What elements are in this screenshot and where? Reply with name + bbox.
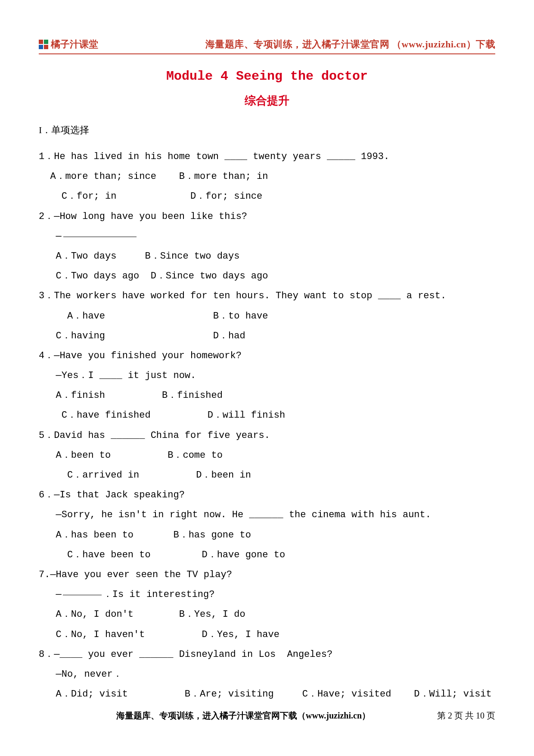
section-1-heading: I．单项选择 bbox=[39, 124, 495, 137]
q7-prefix: — bbox=[39, 589, 62, 600]
brand-name: 橘子汁课堂 bbox=[51, 38, 98, 51]
q5-options-cd: C．arrived in D．been in bbox=[39, 465, 495, 485]
q2-options-ab: A．Two days B．Since two days bbox=[39, 247, 495, 266]
q1-stem: 1．He has lived in his home town ____ twe… bbox=[39, 147, 495, 167]
q8-stem-2: —No, never． bbox=[39, 665, 495, 684]
module-subtitle: 综合提升 bbox=[39, 93, 495, 108]
q4-options-cd: C．have finished D．will finish bbox=[39, 406, 495, 425]
page-header: 橘子汁课堂 海量题库、专项训练，进入橘子汁课堂官网 （www.juzizhi.c… bbox=[39, 38, 495, 54]
q3-options-cd: C．having D．had bbox=[39, 326, 495, 346]
header-slogan: 海量题库、专项训练，进入橘子汁课堂官网 （www.juzizhi.cn）下载 bbox=[205, 38, 496, 51]
q4-stem-2: —Yes．I ____ it just now. bbox=[39, 366, 495, 386]
brand-logo: 橘子汁课堂 bbox=[39, 38, 98, 51]
q7-stem-1: 7.—Have you ever seen the TV play? bbox=[39, 565, 495, 585]
q6-options-ab: A．has been to B．has gone to bbox=[39, 525, 495, 545]
logo-icon bbox=[39, 40, 48, 49]
q3-stem: 3．The workers have worked for ten hours.… bbox=[39, 286, 495, 306]
q2-options-cd: C．Two days ago D．Since two days ago bbox=[39, 266, 495, 286]
q8-stem-1: 8．—____ you ever ______ Disneyland in Lo… bbox=[39, 645, 495, 665]
blank-line-icon bbox=[63, 237, 137, 237]
module-title: Module 4 Seeing the doctor bbox=[39, 69, 495, 84]
content: Module 4 Seeing the doctor 综合提升 I．单项选择 1… bbox=[39, 69, 495, 704]
q3-options-ab: A．have B．to have bbox=[39, 306, 495, 326]
q4-stem-1: 4．—Have you finished your homework? bbox=[39, 346, 495, 366]
page-number: 第 2 页 共 10 页 bbox=[437, 710, 495, 722]
q2-stem: 2．—How long have you been like this? bbox=[39, 207, 495, 227]
q2-answer-blank-line: — bbox=[39, 227, 495, 247]
q7-suffix: ．Is it interesting? bbox=[103, 589, 215, 600]
q6-options-cd: C．have been to D．have gone to bbox=[39, 545, 495, 565]
q6-stem-2: —Sorry, he isn't in right now. He ______… bbox=[39, 505, 495, 525]
page-footer: 海量题库、专项训练，进入橘子汁课堂官网下载（www.juzizhi.cn） 第 … bbox=[39, 710, 495, 722]
q1-options-cd: C．for; in D．for; since bbox=[39, 187, 495, 206]
q5-options-ab: A．been to B．come to bbox=[39, 446, 495, 465]
q5-stem: 5．David has ______ China for five years. bbox=[39, 426, 495, 446]
footer-slogan: 海量题库、专项训练，进入橘子汁课堂官网下载（www.juzizhi.cn） bbox=[116, 710, 370, 722]
blank-line-icon bbox=[63, 595, 102, 595]
q7-stem-2: —．Is it interesting? bbox=[39, 585, 495, 605]
q4-options-ab: A．finish B．finished bbox=[39, 386, 495, 406]
q7-options-ab: A．No, I don't B．Yes, I do bbox=[39, 605, 495, 625]
q7-options-cd: C．No, I haven't D．Yes, I have bbox=[39, 625, 495, 645]
q1-options-ab: A．more than; since B．more than; in bbox=[39, 167, 495, 187]
page: 橘子汁课堂 海量题库、专项训练，进入橘子汁课堂官网 （www.juzizhi.c… bbox=[0, 0, 534, 756]
q2-dash: — bbox=[39, 231, 62, 242]
q8-options: A．Did; visit B．Are; visiting C．Have; vis… bbox=[39, 684, 495, 704]
q6-stem-1: 6．—Is that Jack speaking? bbox=[39, 485, 495, 505]
